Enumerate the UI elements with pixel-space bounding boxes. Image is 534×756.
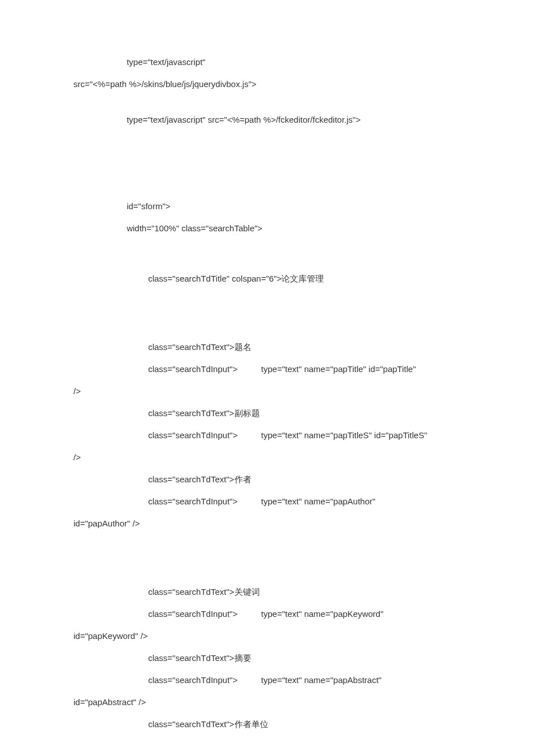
blank-line — [73, 131, 526, 159]
blank-line — [73, 159, 526, 177]
code-line: /> — [73, 380, 526, 402]
code-line: class="searchTdText">题名 — [73, 336, 526, 358]
code-line: class="searchTdText">作者单位 — [73, 713, 526, 735]
code-line: width="100%" class="searchTable"> — [73, 217, 526, 239]
blank-line — [73, 290, 526, 318]
code-line: src="<%=path %>/skins/blue/js/jquerydivb… — [73, 73, 526, 95]
code-line: class="searchTdInput"> type="text" name=… — [73, 358, 526, 380]
code-line: class="searchTdTitle" colspan="6">论文库管理 — [73, 267, 526, 290]
code-line: class="searchTdText">摘要 — [73, 647, 526, 669]
code-line: /> — [73, 446, 526, 468]
blank-line — [73, 177, 526, 195]
blank-line — [73, 563, 526, 581]
code-line: id="sform"> — [73, 195, 526, 217]
code-line: class="searchTdText">副标题 — [73, 402, 526, 424]
code-line: class="searchTdInput"> type="text" name=… — [73, 603, 526, 625]
blank-line — [73, 95, 526, 109]
code-line: type="text/javascript" — [73, 51, 526, 73]
code-line: class="searchTdInput"> type="text" name=… — [73, 669, 526, 691]
blank-line — [73, 239, 526, 267]
code-line: class="searchTdText">关键词 — [73, 581, 526, 603]
blank-line — [73, 534, 526, 563]
code-line: id="papAuthor" /> — [73, 512, 526, 534]
code-line: id="papAbstract" /> — [73, 691, 526, 713]
code-line: class="searchTdText">作者 — [73, 468, 526, 490]
code-line: type="text/javascript" src="<%=path %>/f… — [73, 109, 526, 131]
code-line: id="papKeyword" /> — [73, 625, 526, 647]
blank-line — [73, 318, 526, 336]
document-body: type="text/javascript"src="<%=path %>/sk… — [73, 51, 526, 735]
code-line: class="searchTdInput"> type="text" name=… — [73, 490, 526, 512]
code-line: class="searchTdInput"> type="text" name=… — [73, 424, 526, 446]
